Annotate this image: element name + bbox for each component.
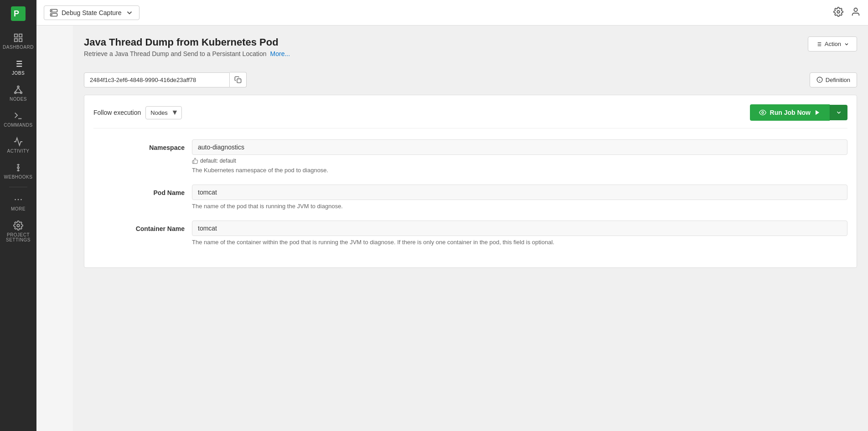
svg-point-26 <box>52 10 52 11</box>
topbar-icons <box>833 7 861 19</box>
sidebar-item-nodes[interactable]: NODES <box>0 80 36 106</box>
info-icon <box>816 77 823 83</box>
page-header: Java Thread Dump from Kubernetes Pod Ret… <box>84 36 290 57</box>
svg-point-40 <box>762 112 764 113</box>
container-name-description: The name of the container within the pod… <box>192 239 847 246</box>
svg-line-16 <box>18 87 21 92</box>
chevron-down-action-icon <box>844 41 849 47</box>
pod-name-description: The name of the pod that is running the … <box>192 203 847 210</box>
thumbs-up-icon <box>192 158 198 164</box>
eye-icon <box>759 109 766 116</box>
more-link[interactable]: More... <box>270 50 290 57</box>
project-dropdown-label: Debug State Capture <box>62 9 122 16</box>
action-label: Action <box>825 41 841 47</box>
sidebar-label-dashboard: DASHBOARD <box>3 45 34 50</box>
svg-line-15 <box>16 87 18 92</box>
container-name-field-group: The name of the container within the pod… <box>192 221 847 246</box>
svg-point-19 <box>17 167 19 169</box>
subtitle-text: Retrieve a Java Thread Dump and Send to … <box>84 50 267 57</box>
follow-group: Follow execution Nodes ▼ <box>93 106 182 119</box>
form-row-namespace: Namespace default: default The Kubernete… <box>93 139 847 174</box>
page-subtitle: Retrieve a Java Thread Dump and Send to … <box>84 50 290 57</box>
svg-point-23 <box>17 224 20 227</box>
definition-button[interactable]: Definition <box>810 72 857 87</box>
svg-rect-2 <box>15 34 17 37</box>
svg-point-29 <box>854 8 857 11</box>
chevron-down-run-icon <box>836 109 842 116</box>
svg-point-20 <box>15 199 16 200</box>
job-id-input[interactable] <box>84 72 230 87</box>
settings-icon-btn[interactable] <box>833 7 843 19</box>
run-job-label: Run Job Now <box>770 109 811 116</box>
copy-icon <box>234 76 242 83</box>
svg-point-12 <box>17 86 19 88</box>
form-section: Namespace default: default The Kubernete… <box>93 139 847 246</box>
page-top-row: Java Thread Dump from Kubernetes Pod Ret… <box>84 36 857 65</box>
namespace-description: The Kubernetes namespace of the pod to d… <box>192 167 847 174</box>
svg-marker-41 <box>816 110 819 115</box>
id-input-group <box>84 72 247 87</box>
namespace-label: Namespace <box>93 139 185 174</box>
namespace-default-text: default: default <box>200 158 236 164</box>
namespace-field-group: default: default The Kubernetes namespac… <box>192 139 847 174</box>
container-name-label: Container Name <box>93 221 185 246</box>
main-content: Java Thread Dump from Kubernetes Pod Ret… <box>73 26 868 431</box>
sidebar-item-more[interactable]: MORE <box>0 190 36 216</box>
sidebar-label-webhooks: WEBHOOKS <box>4 174 33 180</box>
copy-id-button[interactable] <box>230 72 247 87</box>
namespace-input[interactable] <box>192 139 847 155</box>
svg-point-28 <box>837 10 840 13</box>
sidebar-item-webhooks[interactable]: WEBHOOKS <box>0 158 36 184</box>
sidebar-item-commands[interactable]: COMMANDS <box>0 106 36 132</box>
follow-execution-label: Follow execution <box>93 109 141 116</box>
nodes-select[interactable]: Nodes <box>145 106 182 119</box>
sidebar-label-project-settings: PROJECT SETTINGS <box>2 232 35 242</box>
sidebar-label-nodes: NODES <box>10 97 27 102</box>
server-icon <box>50 9 58 17</box>
sidebar: P DASHBOARD JOBS NODES COMMANDS <box>0 0 36 431</box>
namespace-default: default: default <box>192 158 847 164</box>
svg-text:P: P <box>14 9 19 18</box>
svg-rect-5 <box>19 39 22 41</box>
content-card: Follow execution Nodes ▼ Run Job Now <box>84 95 857 268</box>
sidebar-item-dashboard[interactable]: DASHBOARD <box>0 28 36 54</box>
play-icon <box>814 109 821 116</box>
form-row-pod-name: Pod Name The name of the pod that is run… <box>93 185 847 210</box>
run-btn-group: Run Job Now <box>750 104 847 121</box>
chevron-down-icon <box>125 9 134 17</box>
form-row-container-name: Container Name The name of the container… <box>93 221 847 246</box>
more-icon <box>13 195 23 205</box>
commands-icon <box>13 111 23 121</box>
pod-name-field-group: The name of the pod that is running the … <box>192 185 847 210</box>
webhooks-icon <box>13 163 23 173</box>
sidebar-item-activity[interactable]: ACTIVITY <box>0 132 36 158</box>
container-name-input[interactable] <box>192 221 847 236</box>
user-icon <box>851 7 861 17</box>
sidebar-label-commands: COMMANDS <box>4 123 32 128</box>
svg-point-27 <box>52 14 52 15</box>
run-job-dropdown-button[interactable] <box>830 105 847 120</box>
svg-rect-3 <box>19 34 22 37</box>
user-icon-btn[interactable] <box>851 7 861 19</box>
project-dropdown[interactable]: Debug State Capture <box>44 5 140 20</box>
sidebar-label-activity: ACTIVITY <box>7 149 29 154</box>
pod-name-input[interactable] <box>192 185 847 200</box>
sidebar-item-jobs[interactable]: JOBS <box>0 54 36 80</box>
list-icon <box>816 41 822 47</box>
svg-point-21 <box>18 199 19 200</box>
svg-point-22 <box>21 199 22 200</box>
dashboard-icon <box>13 33 23 43</box>
action-button[interactable]: Action <box>808 36 857 51</box>
sidebar-label-jobs: JOBS <box>12 71 25 76</box>
sidebar-label-more: MORE <box>11 206 26 211</box>
gear-icon <box>833 7 843 17</box>
header-actions: Action <box>808 36 857 51</box>
sidebar-item-project-settings[interactable]: PROJECT SETTINGS <box>0 216 36 247</box>
jobs-icon <box>13 59 23 69</box>
svg-rect-36 <box>237 79 241 83</box>
run-job-now-button[interactable]: Run Job Now <box>750 104 830 121</box>
page-title: Java Thread Dump from Kubernetes Pod <box>84 36 290 48</box>
logo: P <box>9 5 27 23</box>
project-settings-icon <box>13 221 23 231</box>
activity-icon <box>13 137 23 147</box>
